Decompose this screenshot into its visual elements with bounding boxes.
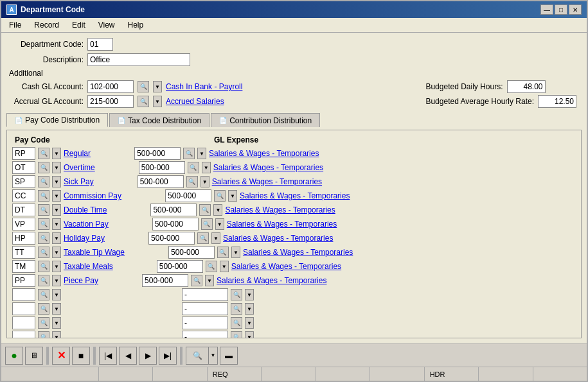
gl-name-2[interactable]: Salaries & Wages - Temporaries [212, 177, 322, 186]
gl-dropdown-0[interactable]: ▼ [197, 148, 206, 159]
pay-dropdown-13[interactable]: ▼ [52, 331, 61, 338]
code-input-13[interactable] [12, 331, 35, 338]
gl-input-1[interactable] [139, 161, 185, 174]
gl-dropdown-2[interactable]: ▼ [200, 176, 209, 187]
pay-name-9[interactable]: Piece Pay [64, 276, 98, 285]
pay-lookup-2[interactable]: 🔍 [38, 176, 49, 187]
pay-lookup-7[interactable]: 🔍 [38, 247, 49, 258]
gl-input-5[interactable] [152, 218, 199, 230]
pay-lookup-5[interactable]: 🔍 [38, 218, 49, 230]
maximize-button[interactable]: □ [555, 4, 567, 15]
gl-dropdown-8[interactable]: ▼ [220, 261, 229, 272]
description-input[interactable] [87, 53, 190, 66]
menu-file[interactable]: File [4, 19, 26, 31]
tab-pay-code[interactable]: 📄 Pay Code Distribution [6, 113, 108, 127]
gl-lookup-6[interactable]: 🔍 [197, 232, 209, 244]
gl-name-9[interactable]: Salaries & Wages - Temporaries [217, 276, 326, 285]
cash-gl-lookup[interactable]: 🔍 [138, 81, 149, 92]
pay-dropdown-3[interactable]: ▼ [52, 190, 61, 202]
gl-name-8[interactable]: Salaries & Wages - Temporaries [231, 262, 341, 271]
gl-dropdown-12[interactable]: ▼ [245, 317, 254, 329]
pay-lookup-10[interactable]: 🔍 [38, 289, 49, 300]
gl-dropdown-13[interactable]: ▼ [245, 331, 254, 338]
budgeted-avg-input[interactable] [538, 95, 576, 108]
gl-name-7[interactable]: Salaries & Wages - Temporaries [243, 248, 353, 257]
toolbar-delete-btn[interactable]: ✕ [52, 347, 70, 365]
gl-lookup-3[interactable]: 🔍 [214, 190, 226, 202]
gl-name-1[interactable]: Salaries & Wages - Temporaries [213, 163, 323, 172]
minimize-button[interactable]: — [540, 4, 553, 15]
gl-input-10[interactable] [182, 288, 228, 301]
code-input-4[interactable] [12, 204, 35, 216]
gl-dropdown-11[interactable]: ▼ [245, 303, 254, 315]
pay-dropdown-11[interactable]: ▼ [52, 303, 61, 315]
gl-name-3[interactable]: Salaries & Wages - Temporaries [240, 191, 350, 200]
pay-dropdown-6[interactable]: ▼ [52, 232, 61, 244]
toolbar-next-btn[interactable]: ▶ [139, 347, 157, 365]
toolbar-search-btn[interactable]: 🔍 [186, 347, 209, 365]
gl-input-3[interactable] [165, 189, 211, 202]
code-input-6[interactable] [12, 232, 35, 245]
menu-help[interactable]: Help [123, 19, 149, 31]
code-input-1[interactable] [12, 161, 35, 174]
pay-dropdown-10[interactable]: ▼ [52, 289, 61, 300]
pay-lookup-6[interactable]: 🔍 [38, 232, 49, 244]
pay-name-7[interactable]: Taxable Tip Wage [64, 248, 125, 257]
toolbar-search-dd[interactable]: ▼ [209, 347, 218, 365]
pay-name-2[interactable]: Sick Pay [64, 177, 94, 186]
budgeted-daily-input[interactable] [507, 80, 546, 93]
toolbar-stop-btn[interactable]: ■ [72, 347, 90, 365]
pay-lookup-13[interactable]: 🔍 [38, 331, 49, 338]
pay-name-5[interactable]: Vacation Pay [64, 220, 109, 229]
code-input-9[interactable] [12, 274, 35, 287]
gl-dropdown-10[interactable]: ▼ [245, 289, 254, 300]
pay-lookup-8[interactable]: 🔍 [38, 261, 49, 272]
pay-dropdown-2[interactable]: ▼ [52, 176, 61, 187]
gl-lookup-9[interactable]: 🔍 [191, 275, 202, 286]
code-input-10[interactable] [12, 288, 35, 301]
accrual-gl-lookup[interactable]: 🔍 [138, 96, 149, 107]
menu-view[interactable]: View [93, 19, 120, 31]
pay-dropdown-12[interactable]: ▼ [52, 317, 61, 329]
gl-name-0[interactable]: Salaries & Wages - Temporaries [209, 149, 319, 158]
close-button[interactable]: ✕ [569, 4, 582, 15]
pay-name-3[interactable]: Commission Pay [64, 191, 121, 200]
gl-dropdown-6[interactable]: ▼ [211, 232, 220, 244]
cash-gl-input[interactable] [87, 80, 134, 93]
pay-name-8[interactable]: Taxable Meals [64, 262, 113, 271]
pay-lookup-3[interactable]: 🔍 [38, 190, 49, 202]
gl-input-4[interactable] [150, 204, 197, 216]
code-input-7[interactable] [12, 246, 35, 259]
toolbar-print-btn[interactable]: ▬ [220, 347, 238, 365]
accrual-gl-input[interactable] [87, 95, 134, 108]
toolbar-first-btn[interactable]: |◀ [99, 347, 117, 365]
cash-gl-link[interactable]: Cash In Bank - Payroll [166, 82, 242, 91]
menu-edit[interactable]: Edit [67, 19, 91, 31]
code-input-3[interactable] [12, 189, 35, 202]
gl-dropdown-1[interactable]: ▼ [202, 162, 211, 173]
gl-name-5[interactable]: Salaries & Wages - Temporaries [227, 220, 337, 229]
pay-dropdown-4[interactable]: ▼ [52, 204, 61, 216]
code-input-8[interactable] [12, 260, 35, 273]
pay-dropdown-9[interactable]: ▼ [52, 275, 61, 286]
code-input-0[interactable] [12, 147, 35, 160]
toolbar-monitor-btn[interactable]: 🖥 [25, 347, 43, 365]
gl-lookup-8[interactable]: 🔍 [206, 261, 217, 272]
pay-lookup-4[interactable]: 🔍 [38, 204, 49, 216]
code-input-2[interactable] [12, 175, 35, 188]
gl-input-0[interactable] [134, 147, 181, 160]
pay-dropdown-5[interactable]: ▼ [52, 218, 61, 230]
gl-lookup-0[interactable]: 🔍 [183, 148, 195, 159]
accrual-gl-dropdown[interactable]: ▼ [153, 96, 162, 107]
gl-input-7[interactable] [168, 246, 215, 259]
pay-lookup-0[interactable]: 🔍 [38, 148, 49, 159]
gl-dropdown-7[interactable]: ▼ [231, 247, 240, 258]
tab-tax-code[interactable]: 📄 Tax Code Distribution [109, 113, 209, 127]
pay-name-0[interactable]: Regular [64, 149, 91, 158]
gl-input-2[interactable] [138, 175, 184, 188]
gl-lookup-4[interactable]: 🔍 [199, 204, 211, 216]
pay-lookup-9[interactable]: 🔍 [38, 275, 49, 286]
pay-dropdown-1[interactable]: ▼ [52, 162, 61, 173]
pay-name-6[interactable]: Holiday Pay [64, 234, 105, 243]
gl-dropdown-3[interactable]: ▼ [228, 190, 237, 202]
